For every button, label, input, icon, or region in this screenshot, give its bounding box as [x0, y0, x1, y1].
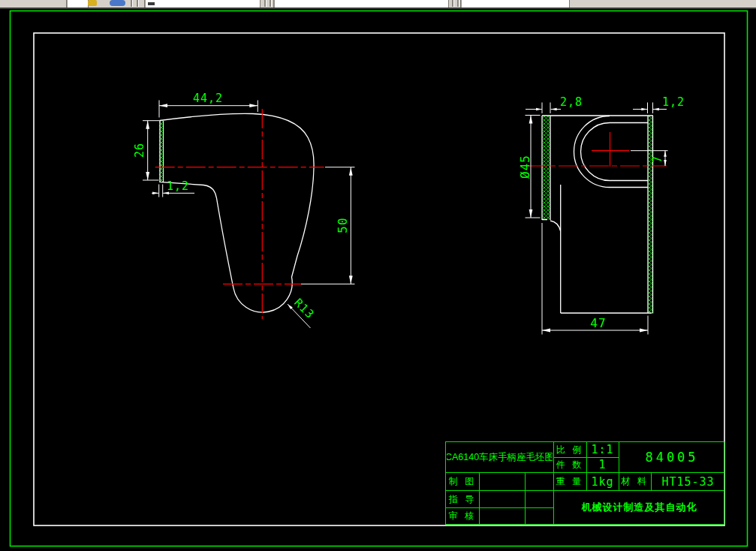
dimension-text: 50 [336, 217, 350, 233]
weight-label: 重 量 [553, 473, 586, 490]
quantity-value: 1 [586, 457, 619, 472]
dimension-text: 1,2 [662, 95, 685, 109]
quantity-label: 件 数 [553, 457, 586, 472]
side-view: Ø45 2,8 1,2 7 47 [518, 95, 685, 335]
advisor-label: 指 导 [446, 491, 479, 507]
cad-application-window: 44,2 26 1,2 50 R13 [0, 0, 756, 551]
extension-lines [542, 103, 550, 114]
scale-label: 比 例 [553, 442, 586, 457]
dimension-text: 44,2 [193, 92, 223, 105]
extension-lines [648, 103, 653, 114]
title-block: CA6140车床手柄座毛坯图 比 例 1:1 件 数 1 84005 制 图 重… [445, 441, 724, 525]
material-label: 材 料 [619, 473, 651, 490]
front-view: 44,2 26 1,2 50 R13 [133, 92, 355, 328]
drafter-label: 制 图 [446, 473, 479, 490]
grid-line [525, 472, 526, 524]
dimension-text: 2,8 [560, 95, 583, 109]
part-outline [542, 116, 653, 314]
extension-lines [159, 185, 163, 197]
dimension-text: 47 [590, 316, 606, 330]
part-outline [160, 113, 314, 312]
section-hatch [648, 116, 652, 314]
section-hatch [543, 116, 550, 220]
dimension-text: 1,2 [167, 179, 189, 193]
dimension-text: R13 [291, 296, 317, 321]
material-value: HT15-33 [651, 473, 725, 490]
organization-name: 机械设计制造及其自动化 [553, 491, 725, 524]
dimension-text: 26 [133, 143, 146, 158]
weight-value: 1kg [586, 473, 619, 490]
checker-label: 审 核 [446, 508, 479, 524]
grid-line [479, 472, 480, 524]
drawing-number: 84005 [619, 442, 725, 472]
drawing-title: CA6140车床手柄座毛坯图 [447, 443, 553, 471]
scale-value: 1:1 [586, 442, 619, 457]
dimension-text: 7 [651, 155, 664, 163]
dimension-text: Ø45 [518, 155, 532, 179]
boss-outline [574, 116, 648, 188]
